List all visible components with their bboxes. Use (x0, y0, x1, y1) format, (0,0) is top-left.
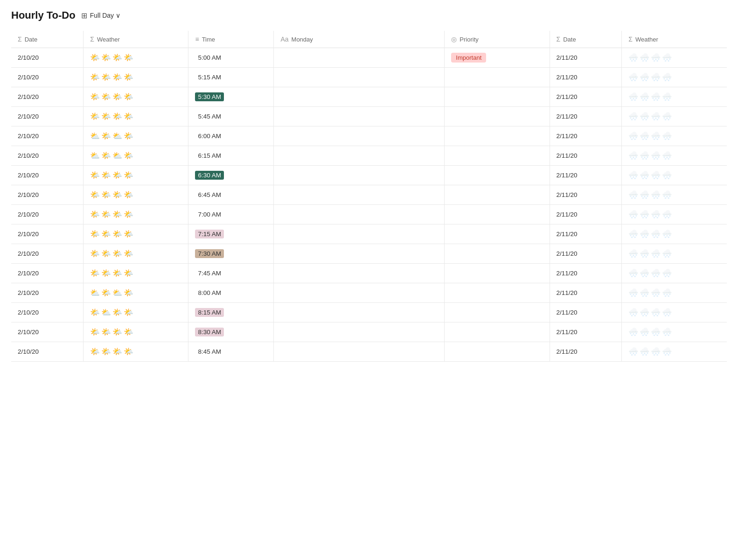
time-cell: 5:45 AM (188, 107, 274, 126)
view-dropdown[interactable]: Full Day ∨ (90, 12, 120, 19)
col-label-priority: Priority (460, 36, 478, 43)
priority-cell (445, 87, 550, 107)
col-label-weather1: Weather (97, 36, 120, 43)
time-cell: 5:15 AM (188, 68, 274, 87)
weather2-cell: 🌨️🌨️🌨️🌨️ (622, 244, 727, 264)
table-row[interactable]: 2/10/20🌤️🌤️🌤️🌤️6:45 AM2/11/20🌨️🌨️🌨️🌨️ (11, 185, 727, 205)
weather1-cell: 🌤️🌤️🌤️🌤️ (84, 322, 188, 342)
monday-cell[interactable] (274, 48, 445, 68)
weather1-cell: 🌤️🌤️🌤️🌤️ (84, 224, 188, 244)
date2-cell: 2/11/20 (550, 68, 622, 87)
weather2-cell: 🌨️🌨️🌨️🌨️ (622, 166, 727, 185)
time-cell: 6:15 AM (188, 146, 274, 166)
monday-cell[interactable] (274, 244, 445, 264)
table-row[interactable]: 2/10/20🌤️🌤️🌤️🌤️7:30 AM2/11/20🌨️🌨️🌨️🌨️ (11, 244, 727, 264)
date2-cell: 2/11/20 (550, 107, 622, 126)
monday-cell[interactable] (274, 68, 445, 87)
table-row[interactable]: 2/10/20🌤️🌤️🌤️🌤️8:30 AM2/11/20🌨️🌨️🌨️🌨️ (11, 322, 727, 342)
monday-cell[interactable] (274, 166, 445, 185)
weather2-cell: 🌨️🌨️🌨️🌨️ (622, 146, 727, 166)
table-row[interactable]: 2/10/20⛅🌤️⛅🌤️8:00 AM2/11/20🌨️🌨️🌨️🌨️ (11, 283, 727, 303)
col-label-time: Time (202, 36, 215, 43)
monday-cell[interactable] (274, 224, 445, 244)
monday-cell[interactable] (274, 205, 445, 224)
time-cell: 6:00 AM (188, 126, 274, 146)
col-header-weather2[interactable]: Σ Weather (622, 31, 727, 48)
weather2-cell: 🌨️🌨️🌨️🌨️ (622, 87, 727, 107)
date2-cell: 2/11/20 (550, 322, 622, 342)
table-row[interactable]: 2/10/20🌤️🌤️🌤️🌤️8:45 AM2/11/20🌨️🌨️🌨️🌨️ (11, 342, 727, 362)
weather1-cell: 🌤️🌤️🌤️🌤️ (84, 87, 188, 107)
col-label-weather2: Weather (635, 36, 658, 43)
priority-cell (445, 224, 550, 244)
weather2-cell: 🌨️🌨️🌨️🌨️ (622, 126, 727, 146)
col-header-weather1[interactable]: Σ Weather (84, 31, 188, 48)
monday-cell[interactable] (274, 342, 445, 362)
col-header-date1[interactable]: Σ Date (11, 31, 84, 48)
table-row[interactable]: 2/10/20🌤️⛅🌤️🌤️8:15 AM2/11/20🌨️🌨️🌨️🌨️ (11, 303, 727, 322)
monday-cell[interactable] (274, 185, 445, 205)
priority-cell (445, 146, 550, 166)
priority-cell (445, 283, 550, 303)
date1-cell: 2/10/20 (11, 264, 84, 283)
table-row[interactable]: 2/10/20🌤️🌤️🌤️🌤️5:45 AM2/11/20🌨️🌨️🌨️🌨️ (11, 107, 727, 126)
table-row[interactable]: 2/10/20🌤️🌤️🌤️🌤️5:00 AMImportant2/11/20🌨️… (11, 48, 727, 68)
date1-cell: 2/10/20 (11, 303, 84, 322)
grid-icon: ⊞ (81, 11, 87, 20)
table-row[interactable]: 2/10/20🌤️🌤️🌤️🌤️7:00 AM2/11/20🌨️🌨️🌨️🌨️ (11, 205, 727, 224)
monday-cell[interactable] (274, 126, 445, 146)
weather2-cell: 🌨️🌨️🌨️🌨️ (622, 68, 727, 87)
table-row[interactable]: 2/10/20⛅🌤️⛅🌤️6:00 AM2/11/20🌨️🌨️🌨️🌨️ (11, 126, 727, 146)
col-header-priority[interactable]: ◎ Priority (445, 31, 550, 48)
date1-cell: 2/10/20 (11, 185, 84, 205)
table-row[interactable]: 2/10/20🌤️🌤️🌤️🌤️7:45 AM2/11/20🌨️🌨️🌨️🌨️ (11, 264, 727, 283)
table-row[interactable]: 2/10/20🌤️🌤️🌤️🌤️5:30 AM2/11/20🌨️🌨️🌨️🌨️ (11, 87, 727, 107)
table-body: 2/10/20🌤️🌤️🌤️🌤️5:00 AMImportant2/11/20🌨️… (11, 48, 727, 362)
priority-cell (445, 205, 550, 224)
date2-cell: 2/11/20 (550, 146, 622, 166)
sigma-icon-2: Σ (90, 35, 94, 43)
monday-cell[interactable] (274, 146, 445, 166)
date2-cell: 2/11/20 (550, 303, 622, 322)
monday-cell[interactable] (274, 283, 445, 303)
weather1-cell: 🌤️🌤️🌤️🌤️ (84, 166, 188, 185)
list-icon: ≡ (195, 35, 199, 43)
view-label: Full Day (90, 12, 114, 19)
monday-cell[interactable] (274, 107, 445, 126)
time-cell: 5:30 AM (188, 87, 274, 107)
date1-cell: 2/10/20 (11, 87, 84, 107)
priority-cell (445, 244, 550, 264)
date1-cell: 2/10/20 (11, 107, 84, 126)
monday-cell[interactable] (274, 322, 445, 342)
time-cell: 7:15 AM (188, 224, 274, 244)
col-header-date2[interactable]: Σ Date (550, 31, 622, 48)
monday-cell[interactable] (274, 264, 445, 283)
date2-cell: 2/11/20 (550, 342, 622, 362)
weather1-cell: 🌤️🌤️🌤️🌤️ (84, 185, 188, 205)
table-header: Σ Date Σ Weather ≡ Time Aa Monday (11, 31, 727, 48)
monday-cell[interactable] (274, 303, 445, 322)
weather2-cell: 🌨️🌨️🌨️🌨️ (622, 264, 727, 283)
date2-cell: 2/11/20 (550, 224, 622, 244)
time-cell: 5:00 AM (188, 48, 274, 68)
date1-cell: 2/10/20 (11, 205, 84, 224)
priority-cell (445, 322, 550, 342)
monday-cell[interactable] (274, 87, 445, 107)
table-row[interactable]: 2/10/20🌤️🌤️🌤️🌤️6:30 AM2/11/20🌨️🌨️🌨️🌨️ (11, 166, 727, 185)
table-row[interactable]: 2/10/20🌤️🌤️🌤️🌤️7:15 AM2/11/20🌨️🌨️🌨️🌨️ (11, 224, 727, 244)
weather1-cell: 🌤️🌤️🌤️🌤️ (84, 244, 188, 264)
date1-cell: 2/10/20 (11, 244, 84, 264)
hourly-table: Σ Date Σ Weather ≡ Time Aa Monday (11, 31, 727, 362)
page-header: Hourly To-Do ⊞ Full Day ∨ (11, 9, 727, 21)
table-row[interactable]: 2/10/20⛅🌤️⛅🌤️6:15 AM2/11/20🌨️🌨️🌨️🌨️ (11, 146, 727, 166)
weather2-cell: 🌨️🌨️🌨️🌨️ (622, 283, 727, 303)
table-row[interactable]: 2/10/20🌤️🌤️🌤️🌤️5:15 AM2/11/20🌨️🌨️🌨️🌨️ (11, 68, 727, 87)
priority-cell (445, 126, 550, 146)
col-header-monday[interactable]: Aa Monday (274, 31, 445, 48)
col-header-time[interactable]: ≡ Time (188, 31, 274, 48)
weather1-cell: ⛅🌤️⛅🌤️ (84, 283, 188, 303)
date2-cell: 2/11/20 (550, 205, 622, 224)
sigma-icon-4: Σ (628, 35, 633, 43)
time-cell: 8:45 AM (188, 342, 274, 362)
date1-cell: 2/10/20 (11, 68, 84, 87)
